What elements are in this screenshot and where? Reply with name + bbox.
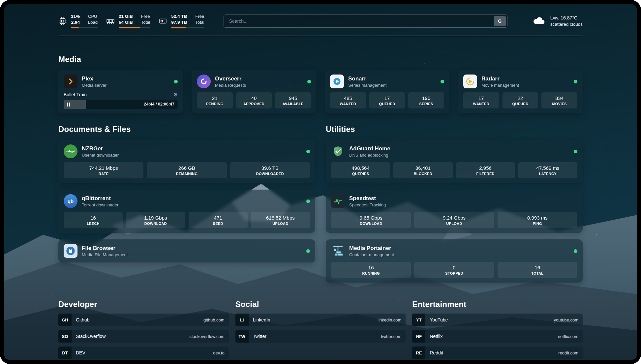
stat-filtered: 2,956FILTERED xyxy=(456,162,515,178)
app-card-radarr[interactable]: Radarr Movie management 17WANTED 22QUEUE… xyxy=(458,70,583,113)
qbittorrent-icon: qb xyxy=(64,194,77,208)
app-desc: Media server xyxy=(82,83,107,88)
bookmark-twitter[interactable]: TW Twitter twitter.com xyxy=(235,330,406,343)
stat-ping: 0.993 msPING xyxy=(498,212,577,228)
section-developer: Developer GH Github github.com SO StackO… xyxy=(58,300,229,360)
weather-widget: Lviv, 16.87°C scattered clouds xyxy=(531,14,583,28)
bookmark-linkedin[interactable]: LI LinkedIn linkedin.com xyxy=(235,314,406,326)
app-card-plex[interactable]: Plex Media server Bullet Train ⚙ xyxy=(58,70,183,113)
app-name: qBittorrent xyxy=(82,195,118,202)
section-title-utilities: Utilities xyxy=(326,125,583,134)
bookmark-name: Netflix xyxy=(430,334,443,339)
app-name: NZBGet xyxy=(82,145,119,152)
app-card-overseerr[interactable]: Overseerr Media Requests 21PENDING 40APP… xyxy=(192,70,316,113)
bookmark-name: Github xyxy=(76,317,89,322)
stat-series: 196SERIES xyxy=(408,92,444,108)
bookmark-youtube[interactable]: YT YouTube youtube.com xyxy=(412,314,583,326)
settings-gear-icon[interactable]: ⚙ xyxy=(173,92,178,98)
stat-latency: 47.569 msLATENCY xyxy=(518,162,577,178)
app-card-sonarr[interactable]: Sonarr Series management 485WANTED 17QUE… xyxy=(325,70,449,113)
section-entertainment: Entertainment YT YouTube youtube.com NF … xyxy=(412,300,583,360)
stat-leech: 16LEECH xyxy=(64,212,123,228)
stat-running: 16RUNNING xyxy=(331,262,411,278)
app-name: Sonarr xyxy=(348,76,386,82)
bookmark-dev[interactable]: DT DEV dev.to xyxy=(58,347,229,359)
bookmark-abbr: TW xyxy=(235,330,249,343)
app-card-speedtest[interactable]: Speedtest Speedtest Tracking 9.65 GbpsDO… xyxy=(326,190,583,233)
cpu-usage-value: 31% xyxy=(71,14,80,19)
app-card-qbittorrent[interactable]: qb qBittorrent Torrent downloader xyxy=(58,190,315,233)
stat-download: 9.65 GbpsDOWNLOAD xyxy=(331,212,411,228)
adguard-shield-icon xyxy=(331,144,345,158)
playback-progress-bar[interactable]: 24:44 / 02:06:47 xyxy=(64,100,178,109)
app-name: Media Portainer xyxy=(349,245,394,252)
disk-meter-fill xyxy=(171,27,186,28)
section-documents: Documents & Files nzbget NZBGet Usenet d… xyxy=(58,125,315,283)
app-card-nzbget[interactable]: nzbget NZBGet Usenet downloader xyxy=(58,140,315,183)
status-dot xyxy=(174,80,178,83)
app-card-filebrowser[interactable]: File Browser Media File Management xyxy=(58,239,315,262)
stat-movies: 834MOVIES xyxy=(541,92,577,108)
status-dot xyxy=(307,80,311,83)
bookmark-netflix[interactable]: NF Netflix netflix.com xyxy=(412,330,583,343)
disk-widget: 52.4 TB Free 97.9 TB Total xyxy=(159,14,204,28)
weather-location-temp: Lviv, 16.87°C xyxy=(550,15,583,21)
app-desc: Media File Management xyxy=(82,252,128,257)
search-input[interactable] xyxy=(224,15,507,28)
memory-free-label: Free xyxy=(137,14,150,19)
cloud-icon xyxy=(531,14,546,28)
header-divider xyxy=(58,36,583,36)
bookmark-name: Reddit xyxy=(430,350,443,355)
cpu-load-value: 2.94 xyxy=(71,20,80,25)
cpu-widget: 31% CPU 2.94 Load xyxy=(58,14,98,28)
memory-free-value: 21 GiB xyxy=(119,14,133,19)
app-name: AdGuard Home xyxy=(349,145,390,152)
app-name: Speedtest xyxy=(349,195,386,202)
bookmark-stackoverflow[interactable]: SO StackOverflow stackoverflow.com xyxy=(58,330,229,343)
stat-pending: 21PENDING xyxy=(197,92,233,108)
filebrowser-icon xyxy=(64,244,77,258)
stat-download: 1.19 GbpsDOWNLOAD xyxy=(126,212,185,228)
nzbget-icon: nzbget xyxy=(64,144,77,158)
now-playing-title: Bullet Train xyxy=(64,92,87,97)
stat-available: 945AVAILABLE xyxy=(275,92,311,108)
bookmark-url: netflix.com xyxy=(558,334,578,339)
bookmark-github[interactable]: GH Github github.com xyxy=(58,314,229,326)
bookmark-url: youtube.com xyxy=(554,318,578,322)
status-dot xyxy=(306,150,310,153)
stat-downloaded: 39.6 TBDOWNLOADED xyxy=(230,162,310,178)
playback-time: 24:44 / 02:06:47 xyxy=(144,102,174,106)
bookmark-url: github.com xyxy=(203,318,225,322)
memory-total-label: Total xyxy=(137,20,150,25)
stat-queries: 498,564QUERIES xyxy=(331,162,390,178)
bookmark-name: StackOverflow xyxy=(76,334,106,339)
stat-wanted: 17WANTED xyxy=(463,92,499,108)
cpu-load-label: Load xyxy=(84,20,98,25)
window-frame: 31% CPU 2.94 Load xyxy=(0,0,641,364)
app-desc: Series management xyxy=(348,83,386,88)
bookmark-name: Twitter xyxy=(253,334,266,339)
section-title-entertainment: Entertainment xyxy=(412,300,583,309)
stat-seed: 471SEED xyxy=(189,212,248,228)
dashboard: 31% CPU 2.94 Load xyxy=(4,4,637,360)
status-dot xyxy=(574,80,577,83)
search-engine-button[interactable]: G xyxy=(494,16,506,26)
app-card-adguard[interactable]: AdGuard Home DNS and adblocking 498,564Q… xyxy=(326,140,583,183)
search-bar: G xyxy=(224,15,507,28)
bookmark-abbr: DT xyxy=(58,347,72,359)
bookmark-reddit[interactable]: RE Reddit reddit.com xyxy=(412,347,583,359)
app-card-portainer[interactable]: Media Portainer Container management 16R… xyxy=(326,239,583,283)
overseerr-icon xyxy=(197,75,211,88)
disk-icon xyxy=(159,17,167,25)
app-name: Radarr xyxy=(481,76,519,82)
bookmark-abbr: YT xyxy=(412,314,425,326)
cpu-usage-label: CPU xyxy=(84,14,98,19)
top-bar: 31% CPU 2.94 Load xyxy=(58,14,583,28)
pause-icon[interactable] xyxy=(67,103,70,106)
cpu-meter-fill xyxy=(71,27,79,28)
section-media: Media Plex Media server xyxy=(58,55,583,113)
disk-free-label: Free xyxy=(191,14,204,19)
stat-blocked: 86,401BLOCKED xyxy=(393,162,452,178)
app-desc: Container management xyxy=(349,252,394,257)
stat-queued: 17QUEUED xyxy=(369,92,405,108)
